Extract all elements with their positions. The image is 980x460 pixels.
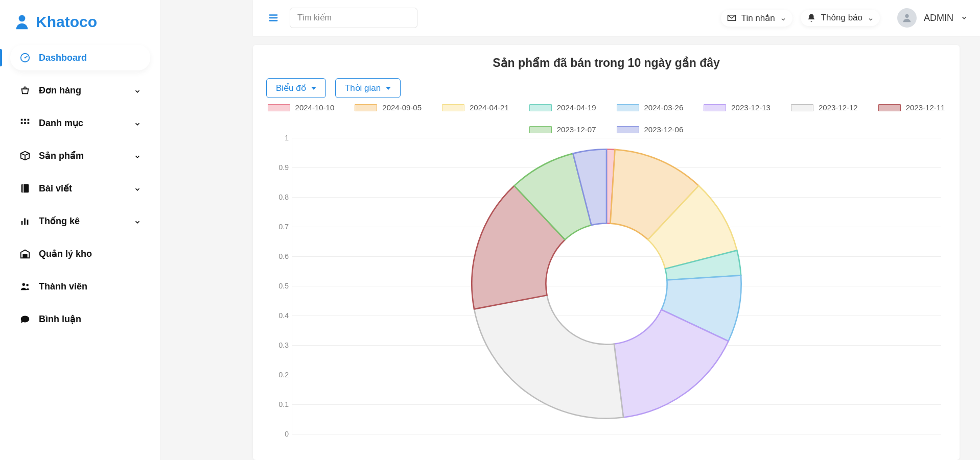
chevron-down-icon [134, 119, 141, 127]
time-range-dropdown[interactable]: Thời gian [335, 78, 401, 98]
caret-down-icon [311, 87, 316, 90]
chevron-down-icon [780, 15, 786, 21]
basket-icon [19, 85, 31, 96]
ytick-label: 1 [266, 134, 289, 142]
svg-rect-11 [21, 221, 23, 225]
legend-label: 2023-12-13 [731, 103, 771, 112]
legend-item[interactable]: 2023-12-11 [878, 103, 945, 112]
brand[interactable]: Khatoco [10, 9, 150, 45]
svg-rect-10 [22, 184, 24, 193]
legend-swatch [529, 104, 552, 111]
comment-icon [19, 313, 31, 325]
menu-toggle-button[interactable] [265, 10, 282, 26]
sidebar-item-bars[interactable]: Thống kê [10, 208, 150, 234]
sidebar-item-label: Sản phẩm [39, 150, 126, 161]
sidebar-item-label: Bình luận [39, 313, 141, 325]
legend-swatch [617, 104, 639, 111]
donut-slice[interactable] [474, 295, 623, 418]
bell-icon [807, 13, 816, 22]
legend-item[interactable]: 2024-09-05 [355, 103, 422, 112]
chevron-down-icon [134, 217, 141, 225]
legend-item[interactable]: 2024-04-21 [442, 103, 509, 112]
chart-legend: 2024-10-102024-09-052024-04-212024-04-19… [266, 103, 946, 134]
dashboard-card: Sản phẩm đã bán trong 10 ngày gần đây Bi… [253, 45, 960, 460]
sidebar-item-basket[interactable]: Đơn hàng [10, 78, 150, 103]
chart-type-dropdown[interactable]: Biểu đồ [266, 78, 326, 98]
chevron-down-icon [134, 87, 141, 94]
legend-label: 2024-09-05 [382, 103, 422, 112]
legend-swatch [791, 104, 813, 111]
sidebar-item-label: Bài viết [39, 183, 126, 194]
svg-point-2 [25, 57, 26, 59]
user-name: ADMIN [924, 13, 953, 23]
bars-icon [19, 215, 31, 227]
svg-point-16 [26, 284, 29, 286]
svg-rect-8 [28, 122, 30, 124]
users-icon [19, 281, 31, 292]
ytick-label: 0.9 [266, 163, 289, 172]
ytick-label: 0.2 [266, 371, 289, 379]
notifications-label: Thông báo [821, 13, 862, 23]
messages-dropdown[interactable]: Tin nhắn [721, 10, 792, 27]
dashboard-icon [19, 52, 31, 63]
ytick-label: 0.3 [266, 341, 289, 349]
search-input[interactable] [290, 8, 417, 28]
book-icon [19, 183, 31, 194]
legend-swatch [617, 126, 639, 133]
sidebar-item-label: Quản lý kho [39, 248, 141, 259]
legend-swatch [442, 104, 464, 111]
sidebar-item-users[interactable]: Thành viên [10, 274, 150, 299]
legend-label: 2023-12-07 [557, 125, 596, 134]
legend-swatch [529, 126, 552, 133]
legend-item[interactable]: 2024-03-26 [617, 103, 684, 112]
ytick-label: 0.7 [266, 223, 289, 231]
sidebar-item-dashboard[interactable]: Dashboard [10, 45, 150, 70]
ytick-label: 0.6 [266, 252, 289, 260]
donut-chart [458, 136, 755, 432]
notifications-dropdown[interactable]: Thông báo [801, 10, 880, 26]
chart-type-label: Biểu đồ [276, 83, 306, 93]
envelope-icon [727, 13, 736, 22]
legend-swatch [878, 104, 901, 111]
sidebar-item-label: Danh mục [39, 117, 126, 129]
svg-rect-12 [24, 219, 26, 225]
sidebar-item-warehouse[interactable]: Quản lý kho [10, 241, 150, 267]
svg-point-0 [19, 15, 26, 22]
svg-point-15 [22, 283, 26, 286]
legend-item[interactable]: 2023-12-06 [617, 125, 684, 134]
legend-swatch [355, 104, 377, 111]
svg-rect-5 [28, 119, 30, 121]
legend-label: 2023-12-06 [644, 125, 684, 134]
ytick-label: 0.1 [266, 400, 289, 408]
topbar: Tin nhắn Thông báo ADMIN [253, 0, 980, 36]
user-menu[interactable]: ADMIN [897, 8, 968, 28]
sidebar-item-grid[interactable]: Danh mục [10, 110, 150, 136]
svg-rect-6 [21, 122, 23, 124]
chevron-down-icon [961, 14, 968, 21]
legend-item[interactable]: 2024-10-10 [268, 103, 335, 112]
grid-icon [19, 117, 31, 129]
sidebar: Khatoco DashboardĐơn hàngDanh mụcSản phẩ… [0, 0, 161, 460]
chart-toolbar: Biểu đồ Thời gian [266, 78, 946, 98]
legend-item[interactable]: 2023-12-07 [529, 125, 596, 134]
chevron-down-icon [868, 15, 874, 21]
avatar [897, 8, 917, 28]
ytick-label: 0.4 [266, 311, 289, 320]
legend-item[interactable]: 2023-12-12 [791, 103, 858, 112]
chart-title: Sản phẩm đã bán trong 10 ngày gần đây [266, 56, 946, 70]
sidebar-nav: DashboardĐơn hàngDanh mụcSản phẩmBài viế… [10, 45, 150, 332]
legend-label: 2023-12-11 [906, 103, 945, 112]
ytick-label: 0.5 [266, 282, 289, 290]
svg-rect-13 [27, 220, 29, 225]
sidebar-item-comment[interactable]: Bình luận [10, 306, 150, 332]
legend-item[interactable]: 2024-04-19 [529, 103, 596, 112]
legend-swatch [268, 104, 290, 111]
chevron-down-icon [134, 152, 141, 159]
svg-rect-4 [24, 119, 26, 121]
sidebar-item-box[interactable]: Sản phẩm [10, 143, 150, 168]
sidebar-item-book[interactable]: Bài viết [10, 176, 150, 201]
brand-name: Khatoco [36, 13, 97, 31]
ytick-label: 0.8 [266, 193, 289, 201]
legend-label: 2024-04-21 [470, 103, 509, 112]
legend-item[interactable]: 2023-12-13 [704, 103, 771, 112]
